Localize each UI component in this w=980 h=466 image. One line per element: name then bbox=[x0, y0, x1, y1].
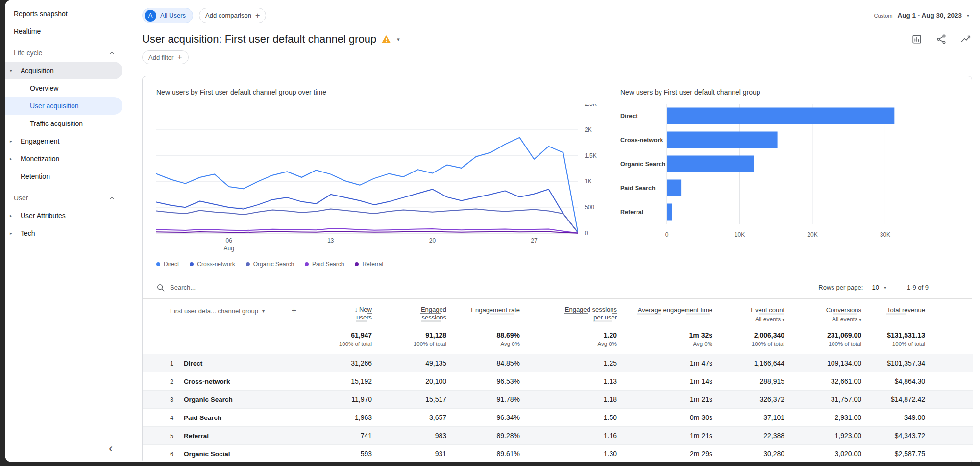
totals-value: 88.69% bbox=[446, 331, 520, 339]
legend-item-referral[interactable]: Referral bbox=[355, 261, 383, 268]
metric-cell: 20,100 bbox=[372, 372, 446, 391]
channel-name: Cross-network bbox=[184, 378, 230, 385]
sidebar-item-user-attributes[interactable]: ▸User Attributes bbox=[5, 207, 122, 224]
warning-icon[interactable] bbox=[381, 35, 391, 44]
svg-text:Cross-network: Cross-network bbox=[620, 137, 663, 144]
metric-cell: 1m 14s bbox=[617, 372, 712, 391]
sidebar-item-user-acquisition[interactable]: User acquisition bbox=[5, 97, 122, 115]
column-header-total-revenue[interactable]: Total revenue bbox=[861, 299, 973, 327]
metric-cell: 11,970 bbox=[299, 391, 372, 409]
column-subfilter[interactable]: All events ▾ bbox=[784, 316, 861, 323]
bar-chart[interactable]: 010K20K30KDirectCross-networkOrganic Sea… bbox=[620, 104, 958, 246]
legend-label: Organic Search bbox=[253, 261, 294, 268]
expand-arrow-icon[interactable]: ▸ bbox=[10, 213, 21, 218]
table-row-referral[interactable]: 5Referral74198389.28%1.161m 21s22,3881,9… bbox=[143, 427, 973, 445]
metric-cell: 30,280 bbox=[712, 445, 784, 462]
expand-arrow-icon[interactable]: ▾ bbox=[10, 68, 21, 73]
column-subfilter[interactable]: All events ▾ bbox=[712, 316, 784, 323]
table-row-paid-search[interactable]: 4Paid Search1,9633,65796.34%1.500m 30s37… bbox=[143, 409, 973, 427]
metric-cell: 3,657 bbox=[372, 409, 446, 427]
metric-cell: 1m 21s bbox=[617, 391, 712, 409]
search-icon bbox=[156, 283, 165, 292]
column-header-event-count[interactable]: Event countAll events ▾ bbox=[712, 299, 784, 327]
all-users-avatar: A bbox=[145, 10, 156, 22]
row-index: 2 bbox=[170, 378, 184, 385]
totals-value: 91,128 bbox=[372, 331, 446, 339]
insights-icon[interactable] bbox=[960, 34, 971, 45]
expand-arrow-icon[interactable]: ▸ bbox=[10, 139, 21, 144]
sidebar-item-tech[interactable]: ▸Tech bbox=[5, 224, 122, 242]
channel-name: Organic Search bbox=[184, 396, 233, 403]
sidebar-item-reports-snapshot[interactable]: Reports snapshot bbox=[5, 5, 122, 23]
sidebar-item-realtime[interactable]: Realtime bbox=[5, 23, 122, 40]
sidebar-item-retention[interactable]: Retention bbox=[5, 168, 122, 185]
totals-cell: 61,947100% of total bbox=[299, 327, 372, 354]
metric-name: Total revenue bbox=[887, 306, 925, 314]
metric-cell: 1,923.00 bbox=[784, 427, 861, 445]
column-header-new-users[interactable]: ↓New users bbox=[299, 299, 372, 327]
metric-cell: $2,587.75 bbox=[861, 445, 973, 462]
expand-arrow-icon[interactable]: ▸ bbox=[10, 156, 21, 161]
totals-cell: 1.20Avg 0% bbox=[520, 327, 617, 354]
sidebar-item-engagement[interactable]: ▸Engagement bbox=[5, 132, 122, 150]
share-icon[interactable] bbox=[936, 34, 947, 45]
page-title: User acquisition: First user default cha… bbox=[142, 33, 376, 46]
table-toolbar: Rows per page: 10 ▾ 1-9 of 9 bbox=[143, 276, 972, 299]
add-filter-button[interactable]: Add filter + bbox=[142, 50, 189, 64]
metric-cell: 2,931.00 bbox=[784, 409, 861, 427]
channel-cell-inner: 4Paid Search bbox=[143, 414, 299, 421]
column-header-average-engagement-time[interactable]: Average engagement time bbox=[617, 299, 712, 327]
customize-report-icon[interactable] bbox=[911, 34, 922, 45]
totals-value: 2,006,340 bbox=[712, 331, 784, 339]
column-header-engaged-sessions-per-user[interactable]: Engaged sessions per user bbox=[520, 299, 617, 327]
totals-subtext: Avg 0% bbox=[520, 341, 617, 347]
sidebar-section-life-cycle[interactable]: Life cycle bbox=[5, 44, 122, 62]
sidebar-item-acquisition[interactable]: ▾Acquisition bbox=[5, 62, 122, 79]
row-index: 4 bbox=[170, 414, 184, 421]
collapse-sidebar-button[interactable]: ‹ bbox=[102, 440, 120, 457]
column-header-engaged-sessions[interactable]: Engaged sessions bbox=[372, 299, 446, 327]
svg-text:Organic Search: Organic Search bbox=[620, 161, 665, 168]
metric-name: New users bbox=[356, 306, 372, 321]
metric-cell: $14,872.42 bbox=[861, 391, 973, 409]
metric-cell: 109,134.00 bbox=[784, 354, 861, 372]
totals-cell: 91,128100% of total bbox=[372, 327, 446, 354]
all-users-chip[interactable]: A All Users bbox=[142, 8, 193, 23]
column-header-label: Engaged sessions bbox=[407, 306, 446, 322]
column-header-engagement-rate[interactable]: Engagement rate bbox=[446, 299, 520, 327]
channel-cell-inner: 2Cross-network bbox=[143, 378, 299, 385]
svg-text:Direct: Direct bbox=[620, 113, 638, 120]
sidebar-item-monetization[interactable]: ▸Monetization bbox=[5, 150, 122, 168]
search-input[interactable] bbox=[170, 284, 317, 291]
table-row-organic-social[interactable]: 6Organic Social59393189.61%1.302m 29s30,… bbox=[143, 445, 973, 462]
totals-subtext: 100% of total bbox=[784, 341, 861, 347]
metric-cell: $4,343.72 bbox=[861, 427, 973, 445]
table-row-organic-search[interactable]: 3Organic Search11,97015,51791.78%1.181m … bbox=[143, 391, 973, 409]
expand-arrow-icon[interactable]: ▸ bbox=[10, 231, 21, 236]
report-title-menu-caret[interactable]: ▾ bbox=[397, 36, 400, 43]
legend-item-direct[interactable]: Direct bbox=[156, 261, 179, 268]
rows-per-page-select[interactable]: 10 ▾ bbox=[872, 284, 886, 291]
sidebar-item-label: Monetization bbox=[21, 155, 59, 163]
sidebar-item-label: User Attributes bbox=[21, 212, 66, 220]
dimension-header[interactable]: First user defa... channel group▾+ bbox=[143, 306, 299, 316]
sidebar-item-overview[interactable]: Overview bbox=[5, 79, 122, 97]
table-row-direct[interactable]: 1Direct31,26649,13584.85%1.251m 47s1,166… bbox=[143, 354, 973, 372]
totals-row: 61,947100% of total91,128100% of total88… bbox=[143, 327, 973, 354]
totals-value: 231,069.00 bbox=[784, 331, 861, 339]
metric-name: Engaged sessions per user bbox=[565, 306, 617, 321]
date-range-picker[interactable]: Custom Aug 1 - Aug 30, 2023 ▾ bbox=[874, 12, 971, 19]
legend-item-cross-network[interactable]: Cross-network bbox=[190, 261, 235, 268]
column-header-conversions[interactable]: ConversionsAll events ▾ bbox=[784, 299, 861, 327]
table-row-cross-network[interactable]: 2Cross-network15,19220,10096.53%1.131m 1… bbox=[143, 372, 973, 391]
add-comparison-button[interactable]: Add comparison + bbox=[199, 8, 266, 23]
metric-cell: 983 bbox=[372, 427, 446, 445]
line-chart[interactable]: 05001K1.5K2K2.5K06Aug132027 bbox=[156, 104, 614, 258]
add-dimension-icon[interactable]: + bbox=[292, 306, 299, 316]
channel-cell-inner: 6Organic Social bbox=[143, 450, 299, 458]
sidebar-item-traffic-acquisition[interactable]: Traffic acquisition bbox=[5, 115, 122, 132]
legend-item-organic-search[interactable]: Organic Search bbox=[246, 261, 294, 268]
legend-item-paid-search[interactable]: Paid Search bbox=[305, 261, 344, 268]
line-chart-title: New users by First user default channel … bbox=[156, 88, 614, 96]
sidebar-section-user[interactable]: User bbox=[5, 189, 122, 207]
